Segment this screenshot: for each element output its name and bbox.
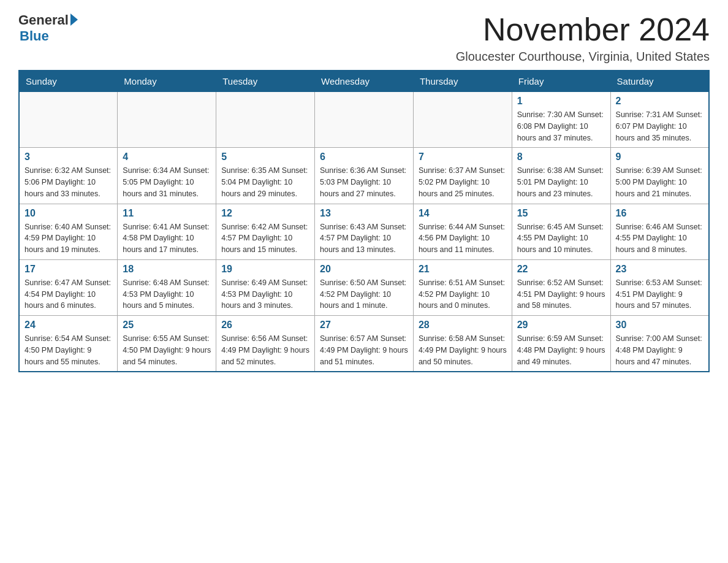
calendar-day-cell: 17Sunrise: 6:47 AM Sunset: 4:54 PM Dayli… [19, 259, 118, 315]
calendar-day-cell [19, 92, 118, 148]
day-info: Sunrise: 7:00 AM Sunset: 4:48 PM Dayligh… [616, 333, 703, 367]
calendar-day-cell: 5Sunrise: 6:35 AM Sunset: 5:04 PM Daylig… [216, 148, 315, 204]
day-of-week-header: Wednesday [315, 71, 414, 92]
day-info: Sunrise: 6:35 AM Sunset: 5:04 PM Dayligh… [221, 165, 309, 199]
day-number: 3 [25, 151, 112, 163]
day-number: 2 [616, 96, 703, 107]
day-info: Sunrise: 6:56 AM Sunset: 4:49 PM Dayligh… [221, 333, 309, 367]
day-number: 17 [25, 264, 112, 275]
day-info: Sunrise: 6:43 AM Sunset: 4:57 PM Dayligh… [320, 221, 408, 256]
calendar-day-cell: 9Sunrise: 6:39 AM Sunset: 5:00 PM Daylig… [610, 148, 709, 204]
day-number: 28 [419, 320, 507, 331]
calendar-day-cell: 25Sunrise: 6:55 AM Sunset: 4:50 PM Dayli… [118, 316, 216, 372]
day-number: 25 [123, 320, 211, 331]
day-number: 21 [419, 264, 507, 275]
day-info: Sunrise: 6:45 AM Sunset: 4:55 PM Dayligh… [517, 221, 605, 256]
logo-blue-text: Blue [20, 28, 49, 44]
day-number: 29 [517, 320, 605, 331]
day-number: 15 [517, 208, 605, 219]
day-info: Sunrise: 6:40 AM Sunset: 4:59 PM Dayligh… [25, 221, 112, 256]
calendar-day-cell: 15Sunrise: 6:45 AM Sunset: 4:55 PM Dayli… [512, 204, 610, 259]
day-number: 4 [123, 151, 211, 163]
day-number: 7 [419, 151, 507, 163]
day-number: 6 [320, 151, 408, 163]
day-number: 20 [320, 264, 408, 275]
day-number: 10 [25, 208, 112, 219]
day-number: 14 [419, 208, 507, 219]
day-number: 1 [517, 96, 605, 107]
day-number: 9 [616, 151, 703, 163]
day-info: Sunrise: 6:41 AM Sunset: 4:58 PM Dayligh… [123, 221, 211, 256]
day-of-week-header: Sunday [19, 71, 118, 92]
calendar-day-cell: 24Sunrise: 6:54 AM Sunset: 4:50 PM Dayli… [19, 316, 118, 372]
day-of-week-header: Thursday [413, 71, 512, 92]
calendar-day-cell: 6Sunrise: 6:36 AM Sunset: 5:03 PM Daylig… [315, 148, 414, 204]
calendar-week-row: 24Sunrise: 6:54 AM Sunset: 4:50 PM Dayli… [19, 316, 709, 372]
day-info: Sunrise: 6:38 AM Sunset: 5:01 PM Dayligh… [517, 165, 605, 199]
day-info: Sunrise: 6:49 AM Sunset: 4:53 PM Dayligh… [221, 277, 309, 312]
day-info: Sunrise: 6:44 AM Sunset: 4:56 PM Dayligh… [419, 221, 507, 256]
day-info: Sunrise: 6:37 AM Sunset: 5:02 PM Dayligh… [419, 165, 507, 199]
day-number: 11 [123, 208, 211, 219]
day-info: Sunrise: 6:34 AM Sunset: 5:05 PM Dayligh… [123, 165, 211, 199]
day-number: 22 [517, 264, 605, 275]
day-info: Sunrise: 7:30 AM Sunset: 6:08 PM Dayligh… [517, 109, 605, 144]
calendar-week-row: 1Sunrise: 7:30 AM Sunset: 6:08 PM Daylig… [19, 92, 709, 148]
day-of-week-header: Friday [512, 71, 610, 92]
day-of-week-header: Saturday [610, 71, 709, 92]
day-number: 19 [221, 264, 309, 275]
calendar-day-cell: 27Sunrise: 6:57 AM Sunset: 4:49 PM Dayli… [315, 316, 414, 372]
day-info: Sunrise: 6:57 AM Sunset: 4:49 PM Dayligh… [320, 333, 408, 367]
day-info: Sunrise: 6:42 AM Sunset: 4:57 PM Dayligh… [221, 221, 309, 256]
day-info: Sunrise: 6:54 AM Sunset: 4:50 PM Dayligh… [25, 333, 112, 367]
logo-general-text: General [18, 12, 69, 28]
calendar-day-cell: 23Sunrise: 6:53 AM Sunset: 4:51 PM Dayli… [610, 259, 709, 315]
calendar-day-cell: 2Sunrise: 7:31 AM Sunset: 6:07 PM Daylig… [610, 92, 709, 148]
day-info: Sunrise: 6:53 AM Sunset: 4:51 PM Dayligh… [616, 277, 703, 312]
day-number: 12 [221, 208, 309, 219]
day-number: 18 [123, 264, 211, 275]
calendar-day-cell: 10Sunrise: 6:40 AM Sunset: 4:59 PM Dayli… [19, 204, 118, 259]
logo: General Blue [18, 12, 78, 44]
calendar-day-cell: 1Sunrise: 7:30 AM Sunset: 6:08 PM Daylig… [512, 92, 610, 148]
day-of-week-header: Monday [118, 71, 216, 92]
day-number: 5 [221, 151, 309, 163]
calendar-day-cell [413, 92, 512, 148]
calendar-day-cell: 12Sunrise: 6:42 AM Sunset: 4:57 PM Dayli… [216, 204, 315, 259]
location-subtitle: Gloucester Courthouse, Virginia, United … [456, 50, 710, 64]
calendar-day-cell: 30Sunrise: 7:00 AM Sunset: 4:48 PM Dayli… [610, 316, 709, 372]
day-number: 8 [517, 151, 605, 163]
day-info: Sunrise: 6:50 AM Sunset: 4:52 PM Dayligh… [320, 277, 408, 312]
calendar-day-cell: 21Sunrise: 6:51 AM Sunset: 4:52 PM Dayli… [413, 259, 512, 315]
day-info: Sunrise: 6:58 AM Sunset: 4:49 PM Dayligh… [419, 333, 507, 367]
day-info: Sunrise: 6:55 AM Sunset: 4:50 PM Dayligh… [123, 333, 211, 367]
day-info: Sunrise: 6:36 AM Sunset: 5:03 PM Dayligh… [320, 165, 408, 199]
calendar-week-row: 17Sunrise: 6:47 AM Sunset: 4:54 PM Dayli… [19, 259, 709, 315]
day-number: 26 [221, 320, 309, 331]
page-header: General Blue November 2024 Gloucester Co… [18, 12, 710, 64]
month-title: November 2024 [456, 12, 710, 47]
calendar-day-cell: 3Sunrise: 6:32 AM Sunset: 5:06 PM Daylig… [19, 148, 118, 204]
calendar-day-cell: 26Sunrise: 6:56 AM Sunset: 4:49 PM Dayli… [216, 316, 315, 372]
day-number: 24 [25, 320, 112, 331]
calendar-day-cell: 8Sunrise: 6:38 AM Sunset: 5:01 PM Daylig… [512, 148, 610, 204]
calendar-day-cell: 13Sunrise: 6:43 AM Sunset: 4:57 PM Dayli… [315, 204, 414, 259]
calendar-day-cell: 4Sunrise: 6:34 AM Sunset: 5:05 PM Daylig… [118, 148, 216, 204]
day-number: 13 [320, 208, 408, 219]
day-number: 23 [616, 264, 703, 275]
calendar-day-cell [315, 92, 414, 148]
calendar-day-cell: 28Sunrise: 6:58 AM Sunset: 4:49 PM Dayli… [413, 316, 512, 372]
day-info: Sunrise: 6:59 AM Sunset: 4:48 PM Dayligh… [517, 333, 605, 367]
day-info: Sunrise: 6:51 AM Sunset: 4:52 PM Dayligh… [419, 277, 507, 312]
day-info: Sunrise: 6:52 AM Sunset: 4:51 PM Dayligh… [517, 277, 605, 312]
day-number: 27 [320, 320, 408, 331]
calendar-week-row: 3Sunrise: 6:32 AM Sunset: 5:06 PM Daylig… [19, 148, 709, 204]
calendar-day-cell: 16Sunrise: 6:46 AM Sunset: 4:55 PM Dayli… [610, 204, 709, 259]
calendar-day-cell: 7Sunrise: 6:37 AM Sunset: 5:02 PM Daylig… [413, 148, 512, 204]
day-number: 16 [616, 208, 703, 219]
calendar-day-cell: 22Sunrise: 6:52 AM Sunset: 4:51 PM Dayli… [512, 259, 610, 315]
calendar-day-cell: 11Sunrise: 6:41 AM Sunset: 4:58 PM Dayli… [118, 204, 216, 259]
calendar-table: SundayMondayTuesdayWednesdayThursdayFrid… [18, 70, 710, 372]
calendar-week-row: 10Sunrise: 6:40 AM Sunset: 4:59 PM Dayli… [19, 204, 709, 259]
calendar-day-cell: 18Sunrise: 6:48 AM Sunset: 4:53 PM Dayli… [118, 259, 216, 315]
